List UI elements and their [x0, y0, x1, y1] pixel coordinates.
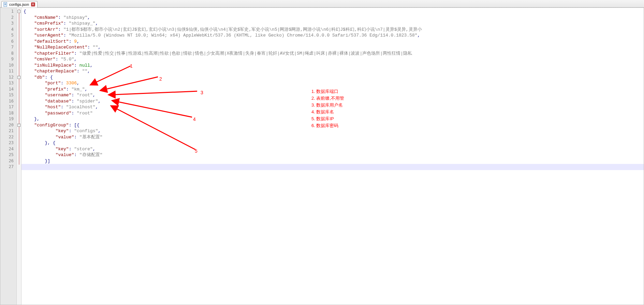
line-number: 12 — [0, 74, 16, 81]
code-line: "username": "root", — [24, 92, 644, 98]
code-line: "cmsPrefix": "shipsay_", — [24, 20, 644, 27]
current-line-highlight — [21, 164, 644, 170]
code-line: "prefix": "km_", — [24, 86, 644, 93]
fold-toggle[interactable]: − — [17, 76, 20, 79]
fold-toggle[interactable]: − — [17, 124, 20, 127]
line-number: 6 — [0, 39, 16, 45]
editor-container: 1 2 3 4 5 6 7 8 9 10 11 12 13 14 15 16 1… — [0, 8, 644, 305]
line-number: 14 — [0, 86, 16, 93]
line-number: 19 — [0, 116, 16, 122]
code-line: "db": { — [24, 74, 644, 81]
code-line: "cmsName": "shipsay", — [24, 15, 644, 21]
code-line: "cmsVer": "5.0", — [24, 56, 644, 63]
code-line: }, — [24, 116, 644, 122]
line-number: 26 — [0, 158, 16, 164]
line-number: 13 — [0, 80, 16, 86]
close-icon[interactable]: ✕ — [31, 2, 35, 6]
line-number: 18 — [0, 110, 16, 116]
code-line: }] — [24, 158, 644, 164]
line-number: 20 — [0, 122, 16, 128]
code-line: "NullReplaceContent": "", — [24, 44, 644, 51]
tab-bar: configs.json ✕ — [0, 0, 644, 8]
line-number: 10 — [0, 63, 16, 69]
line-number: 17 — [0, 104, 16, 110]
code-line: "isNullReplace": null, — [24, 63, 644, 69]
code-line: "value": "基本配置" — [24, 134, 644, 140]
code-line: "host": "localhost", — [24, 104, 644, 110]
svg-rect-2 — [4, 4, 6, 4]
file-icon — [3, 2, 8, 7]
code-line: }, { — [24, 140, 644, 146]
line-number: 23 — [0, 140, 16, 146]
code-line: "userAgent": "Mozilla/5.0 (Windows NT 10… — [24, 32, 644, 39]
code-line: { — [24, 9, 644, 15]
line-number: 16 — [0, 98, 16, 105]
svg-rect-3 — [4, 5, 6, 5]
line-number: 7 — [0, 44, 16, 51]
fold-gutter: − − − — [17, 8, 21, 305]
code-line: "password": "root" — [24, 110, 644, 116]
tab-filename: configs.json — [9, 2, 29, 6]
code-line: "configGroup": [{ — [24, 122, 644, 128]
line-number: 5 — [0, 32, 16, 39]
line-number: 3 — [0, 20, 16, 27]
code-line: "value": "存储配置" — [24, 152, 644, 158]
line-number-gutter: 1 2 3 4 5 6 7 8 9 10 11 12 13 14 15 16 1… — [0, 8, 17, 305]
line-number: 4 — [0, 27, 16, 33]
code-line: "chapterReplace": "", — [24, 68, 644, 74]
code-area[interactable]: { "cmsName": "shipsay", "cmsPrefix": "sh… — [21, 8, 644, 305]
line-number: 25 — [0, 152, 16, 158]
code-line: "chapterFilter": "做爱|性爱|性交|性事|性游戏|性高潮|性欲… — [24, 51, 644, 57]
code-line: "sortArr": "1|都市$都市,都市小说\n2|玄幻J$玄幻,玄幻小说\… — [24, 27, 644, 33]
code-line: "key": "store", — [24, 146, 644, 152]
line-number: 9 — [0, 56, 16, 63]
line-number: 21 — [0, 128, 16, 134]
line-number: 11 — [0, 68, 16, 74]
line-number: 15 — [0, 92, 16, 98]
line-number: 1 — [0, 9, 16, 15]
file-tab[interactable]: configs.json ✕ — [1, 1, 38, 8]
line-number: 24 — [0, 146, 16, 152]
code-line: "database": "spider", — [24, 98, 644, 105]
line-number: 27 — [0, 164, 16, 170]
code-line: "port": 3306, — [24, 80, 644, 86]
line-number: 8 — [0, 51, 16, 57]
code-line: "defaultSort": 9, — [24, 39, 644, 45]
code-line: "key": "configs", — [24, 128, 644, 134]
line-number: 22 — [0, 134, 16, 140]
svg-rect-1 — [4, 3, 6, 4]
fold-toggle[interactable]: − — [17, 10, 20, 13]
line-number: 2 — [0, 15, 16, 21]
